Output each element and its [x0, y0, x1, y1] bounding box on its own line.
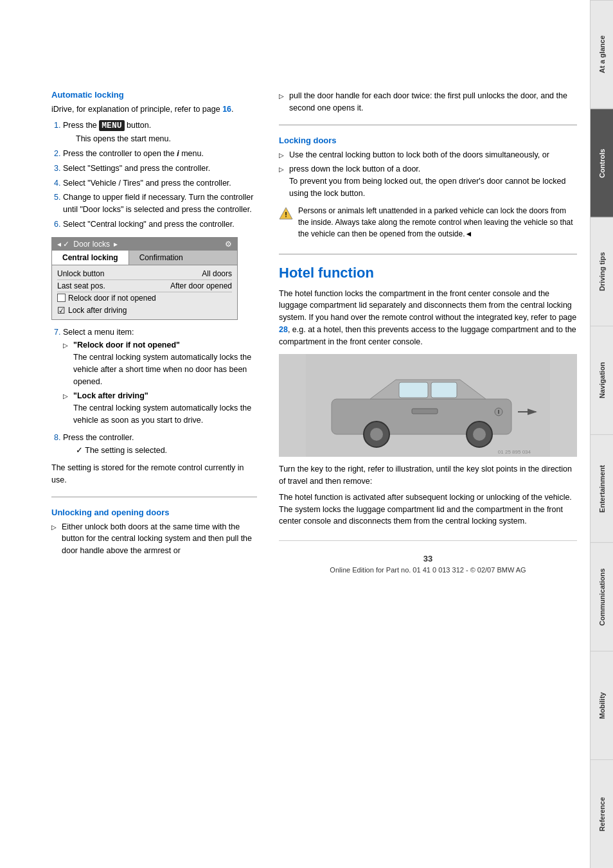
locking-item-2: press down the lock button of a door.To …	[279, 163, 577, 199]
hotel-para-2: Turn the key to the right, refer to illu…	[279, 463, 577, 488]
step-7-item-1: "Relock door if not opened" The central …	[63, 339, 257, 387]
step-5: Change to upper field if necessary. Turn…	[63, 191, 257, 216]
hotel-para-1: The hotel function locks the compartment…	[279, 288, 577, 348]
svg-rect-10	[412, 409, 438, 414]
lock-after-driving-row: ☑ Lock after driving	[57, 304, 232, 317]
svg-text:01 25 895 034: 01 25 895 034	[498, 449, 531, 455]
unlocking-item-1: Either unlock both doors at the same tim…	[51, 521, 257, 557]
hotel-function-title: Hotel function	[279, 265, 577, 281]
sidebar-tab-at-a-glance[interactable]: At a glance	[591, 0, 613, 109]
unlocking-continuation: pull the door handle for each door twice…	[279, 90, 577, 114]
door-locks-tabs: Central locking Confirmation	[52, 251, 237, 265]
left-column: Automatic locking iDrive, for explanatio…	[51, 90, 257, 842]
auto-locking-steps: Press the MENU button. This opens the st…	[51, 120, 257, 231]
unlocking-item-2: pull the door handle for each door twice…	[279, 90, 577, 114]
svg-rect-4	[399, 382, 428, 398]
locking-item-1: Use the central locking button to lock b…	[279, 149, 577, 161]
last-seat-row: Last seat pos. After door opened	[57, 280, 232, 292]
svg-point-7	[370, 428, 383, 441]
back-icon: ◂ ✓	[57, 240, 69, 249]
step-7-item-2: "Lock after driving" The central locking…	[63, 390, 257, 426]
confirmation-tab[interactable]: Confirmation	[129, 251, 193, 265]
page-footer: 33 Online Edition for Part no. 01 41 0 0…	[279, 540, 577, 587]
step-4: Select "Vehicle / Tires" and press the c…	[63, 177, 257, 190]
sidebar-tab-controls[interactable]: Controls	[591, 109, 613, 217]
step-7: Select a menu item: "Relock door if not …	[63, 326, 257, 427]
car-illustration-svg: 01 25 895 034	[279, 354, 577, 457]
unlocking-list: Either unlock both doors at the same tim…	[51, 521, 257, 557]
door-locks-ui: ◂ ✓ Door locks ▸ ⚙ Central locking Confi…	[51, 237, 238, 320]
step-1: Press the MENU button. This opens the st…	[63, 120, 257, 145]
hotel-divider	[279, 254, 577, 254]
gear-icon: ⚙	[225, 240, 232, 249]
step-2: Press the controller to open the i menu.	[63, 148, 257, 160]
svg-point-9	[473, 428, 486, 441]
sidebar-tab-navigation[interactable]: Navigation	[591, 326, 613, 434]
steps-7-8: Select a menu item: "Relock door if not …	[51, 326, 257, 457]
warning-box: ! Persons or animals left unattended in …	[279, 205, 577, 244]
locking-doors-title: Locking doors	[279, 136, 577, 145]
sidebar-tab-mobility[interactable]: Mobility	[591, 651, 613, 759]
relock-checkbox-row: Relock door if not opened	[57, 292, 232, 304]
central-locking-tab[interactable]: Central locking	[52, 251, 129, 265]
sidebar-tab-communications[interactable]: Communications	[591, 542, 613, 651]
sidebar-tab-entertainment[interactable]: Entertainment	[591, 434, 613, 543]
sidebar-tab-driving-tips[interactable]: Driving tips	[591, 217, 613, 326]
step-3: Select "Settings" and press the controll…	[63, 163, 257, 175]
sidebar-tab-reference[interactable]: Reference	[591, 759, 613, 868]
door-locks-header: ◂ ✓ Door locks ▸ ⚙	[52, 238, 237, 251]
automatic-locking-title: Automatic locking	[51, 90, 257, 100]
footer-text: Online Edition for Part no. 01 41 0 013 …	[279, 566, 577, 574]
sidebar: At a glance Controls Driving tips Naviga…	[590, 0, 613, 868]
door-locks-header-text: Door locks	[73, 240, 110, 249]
relock-checkbox[interactable]	[57, 294, 66, 302]
hotel-para-3: The hotel function is activated after su…	[279, 492, 577, 527]
step-1-sub: This opens the start menu.	[63, 133, 257, 145]
forward-icon: ▸	[114, 240, 118, 249]
unlocking-title: Unlocking and opening doors	[51, 508, 257, 517]
warning-text: Persons or animals left unattended in a …	[298, 205, 577, 240]
page-number: 33	[279, 554, 577, 563]
svg-text:!: !	[285, 211, 287, 218]
step-7-items: "Relock door if not opened" The central …	[63, 339, 257, 426]
right-column: pull the door handle for each door twice…	[272, 90, 577, 842]
step-8: Press the controller. ✓ The setting is s…	[63, 432, 257, 457]
warning-triangle-icon: !	[279, 206, 293, 220]
step-6: Select "Central locking" and press the c…	[63, 218, 257, 231]
auto-locking-intro: iDrive, for explanation of principle, re…	[51, 103, 257, 116]
checkmark-setting: ✓ The setting is selected.	[76, 446, 167, 455]
locking-divider	[279, 125, 577, 125]
locking-list: Use the central locking button to lock b…	[279, 149, 577, 200]
door-locks-rows: Unlock button All doors Last seat pos. A…	[52, 265, 237, 319]
section-divider	[51, 497, 257, 497]
svg-rect-5	[431, 382, 457, 398]
checkmark-icon: ☑	[57, 305, 66, 315]
unlock-button-row: Unlock button All doors	[57, 268, 232, 280]
hotel-illustration: 01 25 895 034	[279, 354, 577, 457]
setting-stored: The setting is stored for the remote con…	[51, 462, 257, 486]
